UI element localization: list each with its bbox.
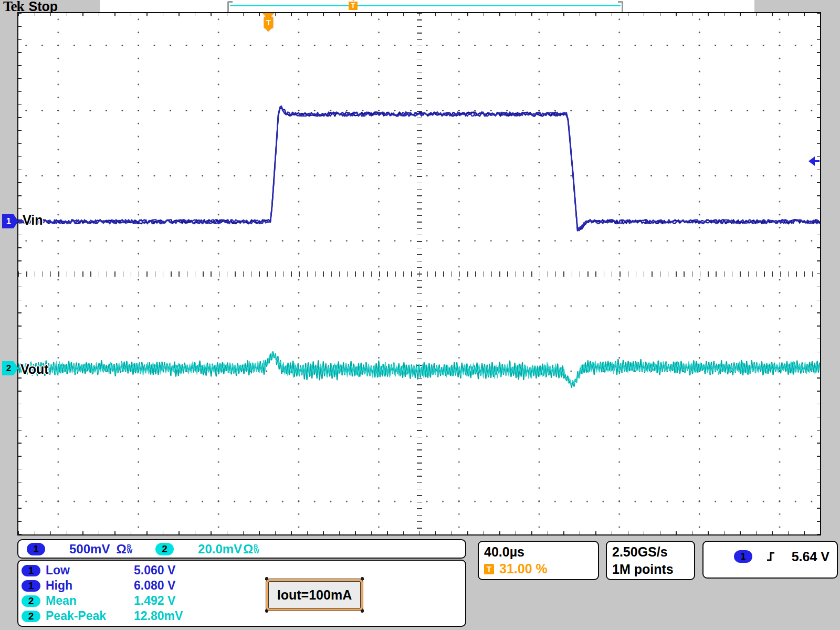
record-view-bar[interactable]: T — [227, 1, 623, 10]
acquisition-readout[interactable]: 2.50GS/s 1M points — [606, 541, 695, 580]
trigger-flag-icon: T — [484, 564, 494, 574]
trigger-position-percent: 31.00 % — [499, 561, 548, 576]
measurement-panel: 1 Low 5.060 V 1 High 6.080 V 2 Mean 1.49… — [17, 560, 466, 627]
oscilloscope-screen: TekStop T T 1 Vin 2 Vout — [0, 0, 840, 630]
measurement-value: 1.492 V — [134, 594, 175, 608]
channel2-bandwidth-icon: B W — [254, 544, 259, 554]
trigger-level-value: 5.64 V — [792, 549, 830, 564]
annotation-note[interactable]: Iout=100mA — [266, 579, 363, 611]
measurement-channel-badge: 1 — [22, 565, 40, 576]
timebase-scale: 40.0µs — [484, 544, 593, 560]
measurement-row: 1 Low 5.060 V — [22, 563, 465, 578]
measurement-name: Low — [46, 563, 134, 578]
channel1-ohm-icon: Ω — [116, 542, 126, 556]
note-pin-icon — [265, 610, 268, 613]
trigger-readout[interactable]: 1 5.64 V — [702, 541, 838, 579]
waveform-plot — [18, 13, 820, 534]
measurement-channel-badge: 1 — [22, 580, 40, 592]
channel2-scale[interactable]: 20.0mV — [198, 542, 242, 556]
bw-bottom: W — [254, 549, 259, 554]
note-pin-icon — [265, 577, 268, 580]
timebase-readout[interactable]: 40.0µs T 31.00 % — [478, 541, 599, 580]
channel1-badge[interactable]: 1 — [27, 543, 45, 555]
measurement-row: 1 High 6.080 V — [22, 578, 465, 593]
measurement-name: High — [46, 579, 134, 593]
channel-scale-bar: 1 500mV Ω B W 2 20.0mV Ω B W — [17, 539, 466, 559]
channel1-wave-label: Vin — [23, 213, 43, 228]
measurement-value: 6.080 V — [134, 579, 175, 593]
trigger-position-marker[interactable]: T — [262, 13, 275, 35]
record-trigger-icon[interactable]: T — [349, 2, 358, 10]
record-length: 1M points — [612, 561, 689, 578]
bw-bottom: W — [127, 549, 132, 554]
trigger-position-flag: T — [264, 17, 273, 28]
trigger-position-tip-icon — [265, 28, 271, 32]
channel2-marker-label: 2 — [6, 363, 11, 374]
measurement-channel-badge: 2 — [22, 611, 40, 622]
graticule: T 1 Vin 2 Vout — [17, 12, 821, 536]
channel2-ohm-icon: Ω — [243, 542, 253, 556]
channel1-bandwidth-icon: B W — [127, 544, 132, 554]
channel1-marker-label: 1 — [6, 216, 11, 227]
channel1-reference-marker[interactable]: 1 — [2, 214, 18, 228]
channel1-scale[interactable]: 500mV — [69, 542, 110, 556]
record-line — [230, 5, 621, 6]
sample-rate: 2.50GS/s — [612, 543, 689, 561]
channel2-wave-label: Vout — [20, 362, 49, 377]
measurement-row: 2 Peak-Peak 12.80mV — [22, 608, 465, 624]
measurement-channel-badge: 2 — [22, 595, 40, 607]
measurement-name: Mean — [46, 594, 134, 608]
note-pin-icon — [361, 577, 364, 580]
measurement-row: 2 Mean 1.492 V — [22, 593, 465, 608]
trigger-level-marker[interactable] — [807, 156, 820, 166]
measurement-name: Peak-Peak — [46, 609, 134, 623]
rising-edge-icon — [766, 550, 778, 563]
measurement-value: 5.060 V — [134, 563, 175, 578]
channel2-reference-marker[interactable]: 2 — [2, 361, 18, 375]
measurement-value: 12.80mV — [134, 609, 183, 623]
channel2-badge[interactable]: 2 — [155, 543, 174, 555]
trigger-source-badge: 1 — [734, 550, 752, 563]
note-pin-icon — [361, 610, 364, 613]
trigger-level-arrow-tail — [814, 160, 820, 162]
annotation-text: Iout=100mA — [277, 587, 352, 603]
